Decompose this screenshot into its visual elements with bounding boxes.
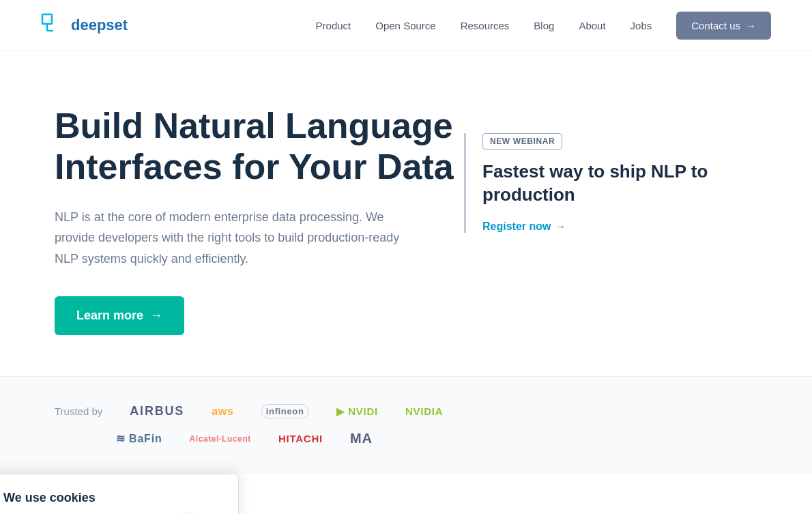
arrow-icon: → bbox=[555, 220, 566, 233]
ma-logo: MA bbox=[350, 431, 373, 446]
webinar-title: Fastest way to ship NLP to production bbox=[482, 160, 757, 207]
hero-description: NLP is at the core of modern enterprise … bbox=[55, 207, 423, 270]
trusted-row-2: ≋ BaFin Alcatel·Lucent HITACHI MA bbox=[55, 431, 757, 446]
bafin-logo: ≋ BaFin bbox=[116, 432, 162, 445]
brand-name: deepset bbox=[71, 16, 128, 34]
contact-us-button[interactable]: Contact us → bbox=[676, 12, 771, 40]
infineon-logo: infineon bbox=[261, 404, 309, 418]
webinar-card: NEW WEBINAR Fastest way to ship NLP to p… bbox=[464, 133, 757, 233]
hero-section: Build Natural Language Interfaces for Yo… bbox=[0, 51, 812, 376]
nav-jobs[interactable]: Jobs bbox=[630, 20, 652, 31]
brand-logo[interactable]: deepset bbox=[41, 13, 128, 38]
hitachi-logo: HITACHI bbox=[278, 433, 323, 444]
svg-rect-0 bbox=[42, 14, 52, 24]
nav-open-source[interactable]: Open Source bbox=[375, 20, 435, 31]
cookie-banner: We use cookies for analytics and to impr… bbox=[0, 474, 239, 514]
trusted-section: Trusted by AIRBUS aws infineon ▶ NVIDIA … bbox=[0, 376, 812, 474]
hero-right: NEW WEBINAR Fastest way to ship NLP to p… bbox=[464, 133, 757, 233]
aws-logo: aws bbox=[212, 405, 234, 418]
cookie-title: We use cookies bbox=[3, 491, 222, 505]
nav-blog[interactable]: Blog bbox=[534, 20, 554, 31]
nvidia-logo: ▶ NVIDIA bbox=[336, 405, 378, 418]
webinar-badge: NEW WEBINAR bbox=[482, 133, 562, 149]
nav-about[interactable]: About bbox=[579, 20, 605, 31]
trusted-label: Trusted by bbox=[55, 405, 102, 417]
nav-resources[interactable]: Resources bbox=[461, 20, 510, 31]
airbus-logo: AIRBUS bbox=[130, 404, 184, 418]
nav-product[interactable]: Product bbox=[316, 20, 351, 31]
trusted-row-1: Trusted by AIRBUS aws infineon ▶ NVIDIA … bbox=[55, 404, 757, 418]
arrow-icon: → bbox=[746, 20, 756, 31]
hero-title: Build Natural Language Interfaces for Yo… bbox=[55, 106, 464, 188]
nav-links: Product Open Source Resources Blog About… bbox=[316, 12, 771, 40]
learn-more-button[interactable]: Learn more → bbox=[55, 296, 184, 335]
navigation: deepset Product Open Source Resources Bl… bbox=[0, 0, 812, 51]
nvidia-logo-text: NVIDIA bbox=[405, 405, 443, 417]
alcatel-logo: Alcatel·Lucent bbox=[190, 434, 251, 444]
register-now-link[interactable]: Register now → bbox=[482, 220, 566, 233]
arrow-icon: → bbox=[150, 309, 162, 323]
hero-left: Build Natural Language Interfaces for Yo… bbox=[55, 106, 464, 335]
